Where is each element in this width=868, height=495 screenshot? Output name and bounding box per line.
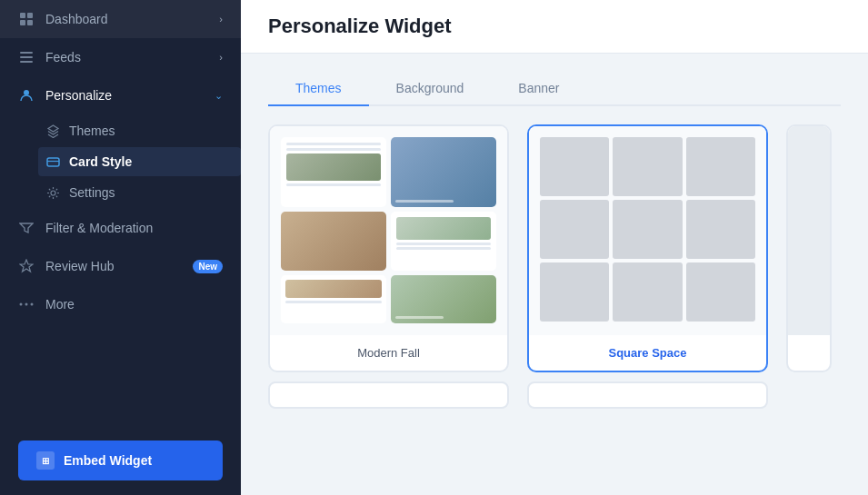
- square-space-label: Square Space: [529, 335, 766, 371]
- bottom-cards-row: [268, 381, 841, 409]
- filter-icon: [18, 220, 35, 236]
- embed-widget-label: Embed Widget: [64, 453, 152, 468]
- feeds-chevron: ›: [219, 52, 223, 63]
- card-style-icon: [45, 154, 60, 169]
- sidebar-item-personalize-label: Personalize: [45, 88, 112, 103]
- sidebar-item-more-label: More: [45, 297, 75, 312]
- mf-img-1: [391, 137, 496, 207]
- sq-cell-5: [613, 200, 682, 259]
- sq-cell-7: [540, 262, 609, 322]
- sq-cell-6: [686, 200, 755, 259]
- mf-post-2: [391, 212, 496, 271]
- page-title: Personalize Widget: [268, 15, 841, 38]
- svg-point-13: [31, 303, 34, 306]
- grid-icon: [18, 11, 35, 27]
- sidebar-item-feeds-label: Feeds: [45, 50, 81, 64]
- embed-widget-button[interactable]: ⊞ Embed Widget: [18, 441, 223, 480]
- sidebar: Dashboard › Feeds › Personalize ⌄: [0, 0, 241, 495]
- svg-rect-3: [27, 20, 33, 25]
- settings-label: Settings: [69, 185, 115, 200]
- svg-rect-5: [20, 56, 33, 58]
- tabs-bar: Themes Background Banner: [268, 72, 841, 106]
- sidebar-item-more[interactable]: More: [0, 285, 241, 323]
- sq-cell-4: [540, 200, 609, 259]
- sq-cell-9: [686, 262, 755, 322]
- sq-cell-8: [613, 262, 682, 322]
- sidebar-item-dashboard-label: Dashboard: [45, 12, 108, 26]
- svg-point-11: [20, 303, 23, 306]
- mf-img-3: [391, 275, 496, 323]
- svg-rect-8: [47, 158, 59, 166]
- bottom-card-1: [268, 381, 509, 409]
- sq-cell-3: [686, 137, 755, 196]
- card-style-label: Card Style: [69, 154, 132, 169]
- theme-card-partial: [786, 124, 832, 372]
- more-dots-icon: [18, 296, 35, 312]
- content-area: Themes Background Banner: [241, 54, 868, 495]
- sq-cell-1: [540, 137, 609, 196]
- mf-img-2: [281, 212, 386, 271]
- sidebar-item-filter-label: Filter & Moderation: [45, 221, 153, 235]
- personalize-submenu: Themes Card Style Settings: [0, 114, 241, 209]
- tab-themes[interactable]: Themes: [268, 72, 369, 106]
- modern-fall-label: Modern Fall: [270, 335, 507, 371]
- sidebar-item-settings[interactable]: Settings: [45, 176, 241, 209]
- theme-card-square-space[interactable]: Square Space: [527, 124, 768, 372]
- new-badge: New: [193, 260, 223, 273]
- main-header: Personalize Widget: [241, 0, 868, 54]
- theme-cards-grid: Modern Fall: [268, 124, 841, 372]
- dashboard-chevron: ›: [219, 14, 223, 25]
- personalize-icon: [18, 87, 35, 104]
- svg-rect-0: [20, 13, 25, 18]
- sidebar-item-filter-moderation[interactable]: Filter & Moderation: [0, 209, 241, 247]
- sidebar-item-card-style[interactable]: Card Style: [38, 147, 241, 176]
- embed-icon: ⊞: [36, 451, 55, 470]
- layers-icon: [45, 124, 60, 138]
- sidebar-item-personalize[interactable]: Personalize ⌄: [0, 76, 241, 114]
- square-space-preview: [529, 126, 766, 335]
- personalize-chevron: ⌄: [215, 90, 223, 102]
- sidebar-item-dashboard[interactable]: Dashboard ›: [0, 0, 241, 38]
- bottom-card-2: [527, 381, 768, 409]
- tab-banner[interactable]: Banner: [491, 72, 586, 106]
- main-content: Personalize Widget Themes Background Ban…: [241, 0, 868, 495]
- themes-label: Themes: [69, 124, 115, 138]
- svg-rect-4: [20, 52, 33, 54]
- sidebar-item-themes[interactable]: Themes: [45, 114, 241, 147]
- sq-cell-2: [613, 137, 682, 196]
- settings-icon: [45, 185, 60, 200]
- svg-rect-6: [20, 61, 33, 63]
- feeds-icon: [18, 49, 35, 65]
- theme-card-modern-fall[interactable]: Modern Fall: [268, 124, 509, 372]
- svg-point-10: [51, 191, 55, 195]
- sidebar-item-review-hub[interactable]: Review Hub New: [0, 247, 241, 285]
- tab-background[interactable]: Background: [369, 72, 492, 106]
- mf-post-3: [281, 275, 386, 323]
- svg-rect-2: [20, 20, 25, 25]
- modern-fall-preview: [270, 126, 507, 335]
- svg-rect-1: [27, 13, 33, 18]
- sidebar-item-feeds[interactable]: Feeds ›: [0, 38, 241, 76]
- sidebar-item-review-hub-label: Review Hub: [45, 259, 114, 273]
- svg-point-7: [24, 90, 29, 95]
- star-icon: [18, 258, 35, 274]
- mf-post-1: [281, 137, 386, 207]
- svg-point-12: [25, 303, 28, 306]
- sq-grid: [540, 137, 755, 322]
